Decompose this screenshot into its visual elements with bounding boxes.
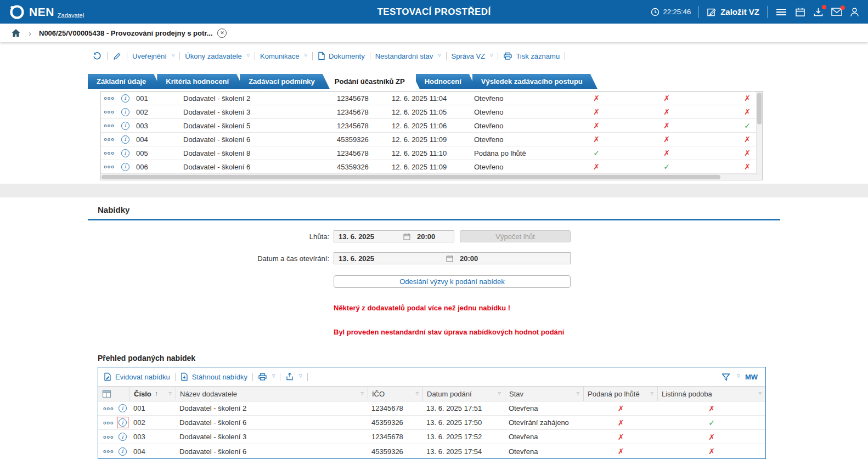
filter-dropdown-icon[interactable]: ▽ — [498, 392, 501, 396]
row-menu-button[interactable]: ooo — [101, 105, 117, 118]
menu-nestandardni-stav[interactable]: Nestandardní stav▽ — [375, 52, 441, 60]
export-button[interactable]: ▽ — [285, 372, 302, 381]
header-podana-po-lhute[interactable]: Podaná po lhůtě ▽ — [584, 387, 658, 401]
opening-time-value[interactable]: 20:00 — [453, 254, 478, 263]
tab-hodnoceni[interactable]: Hodnocení — [416, 74, 476, 89]
warning-nonstandard-state: Byl proveden nestandardní stav úprava na… — [334, 328, 780, 336]
user-icon — [850, 7, 859, 17]
filter-button[interactable] — [721, 372, 731, 382]
send-call-for-offers-button[interactable]: Odeslání výzvy k podání nabídek — [334, 275, 571, 288]
deadline-time-value[interactable]: 20:00 — [410, 232, 435, 241]
row-info-button[interactable]: i — [119, 418, 127, 427]
row-menu-button[interactable]: ooo — [101, 133, 117, 146]
header-ico[interactable]: IČO ▽ — [368, 387, 423, 401]
menu-ukony-zadavatele[interactable]: Úkony zadavatele▽ — [185, 52, 250, 60]
row-menu-button[interactable]: ooo — [101, 119, 117, 132]
header-stav[interactable]: Stav ▽ — [505, 387, 584, 401]
participant-number: 002 — [133, 108, 180, 116]
overflow-icon: ooo — [104, 164, 115, 169]
messages-button[interactable] — [831, 8, 842, 16]
filter-dropdown-icon[interactable]: ▽ — [577, 392, 579, 396]
menu-button[interactable] — [775, 8, 787, 16]
menu-dokumenty[interactable]: Dokumenty — [318, 52, 365, 60]
paper-mark: ✗ — [658, 433, 765, 441]
close-record-button[interactable]: ✕ — [217, 29, 227, 38]
offer-date: 13. 6. 2025 17:50 — [423, 418, 505, 427]
section-separator — [0, 184, 868, 197]
divider — [175, 373, 176, 381]
tab-vysledek-zadavaciho-postupu[interactable]: Výsledek zadávacího postupu — [472, 74, 598, 89]
menu-uverejneni[interactable]: Uveřejnění▽ — [132, 52, 174, 60]
user-button[interactable] — [850, 7, 859, 17]
row-menu-button[interactable]: ooo — [101, 160, 117, 173]
nen-logo[interactable]: NEN Zadavatel — [9, 4, 84, 20]
row-info-button[interactable]: i — [117, 146, 133, 160]
row-menu-button[interactable]: ooo — [103, 449, 114, 454]
offer-status: Otevřena — [505, 433, 584, 441]
calendar-icon[interactable] — [446, 255, 453, 262]
edit-button[interactable] — [112, 52, 122, 61]
offer-row: ooo i 004 Dodavatel - školení 6 45359326… — [98, 444, 765, 458]
breadcrumb-item[interactable]: N006/25/V00005438 - Provozování prodejny… — [39, 29, 212, 37]
offer-number: 003 — [130, 433, 176, 441]
info-icon: i — [119, 404, 127, 412]
scrollbar-thumb[interactable] — [102, 175, 720, 179]
row-info-button[interactable]: i — [117, 105, 133, 118]
horizontal-scrollbar[interactable] — [101, 174, 762, 180]
calendar-button[interactable] — [795, 7, 805, 17]
column-settings-button[interactable] — [98, 387, 130, 401]
print-button[interactable]: ▽ — [258, 372, 275, 381]
row-menu-button[interactable]: ooo — [101, 146, 117, 160]
row-info-button[interactable]: i — [119, 404, 127, 412]
deadline-field[interactable]: 13. 6. 2025 20:00 — [334, 230, 454, 242]
row-info-button[interactable]: i — [119, 447, 127, 456]
menu-sprava-vz[interactable]: Správa VZ▽ — [452, 52, 493, 60]
create-vz-button[interactable]: Založit VZ — [707, 7, 759, 17]
tab-zakladni-udaje[interactable]: Základní údaje — [88, 74, 161, 89]
offer-supplier: Dodavatel - školení 6 — [176, 447, 368, 456]
view-selector[interactable]: MW — [745, 373, 758, 381]
tab-kriteria-hodnoceni[interactable]: Kritéria hodnocení — [157, 74, 244, 89]
participant-status: Otevřeno — [471, 135, 561, 144]
row-info-button[interactable]: i — [117, 119, 133, 132]
view-dropdown-icon[interactable]: ▽ — [737, 374, 740, 378]
offer-ico: 45359326 — [368, 447, 423, 456]
header-nazev-dodavatele[interactable]: Název dodavatele ▽ — [176, 387, 368, 401]
filter-dropdown-icon[interactable]: ▽ — [361, 392, 364, 396]
opening-date-value[interactable]: 13. 6. 2025 — [334, 254, 446, 263]
download-offers-button[interactable]: Stáhnout nabídky — [181, 372, 247, 381]
header-cislo[interactable]: Číslo ↑ ▽ — [130, 387, 176, 401]
scrollbar-thumb[interactable] — [757, 93, 762, 124]
filter-dropdown-icon[interactable]: ▽ — [759, 392, 762, 396]
row-menu-button[interactable]: ooo — [103, 420, 114, 426]
menu-komunikace[interactable]: Komunikace▽ — [260, 52, 307, 60]
filter-dropdown-icon[interactable]: ▽ — [169, 392, 172, 396]
history-button[interactable] — [92, 51, 102, 61]
row-info-button[interactable]: i — [117, 133, 133, 146]
vertical-scrollbar[interactable] — [756, 92, 762, 174]
row-info-button[interactable]: i — [119, 433, 127, 441]
overflow-icon: ooo — [104, 137, 115, 142]
header-listinna-podoba[interactable]: Listinná podoba ▽ — [658, 387, 765, 401]
participant-status: Otevřeno — [471, 94, 561, 103]
header-datum-podani[interactable]: Datum podání ▽ — [423, 387, 505, 401]
menu-tisk-zaznamu[interactable]: Tisk záznamu — [503, 52, 560, 60]
filter-dropdown-icon[interactable]: ▽ — [651, 392, 653, 396]
calc-deadlines-button[interactable]: Výpočet lhůt — [460, 230, 571, 242]
row-menu-button[interactable]: ooo — [103, 406, 114, 411]
row-info-button[interactable]: i — [117, 92, 133, 105]
row-info-button[interactable]: i — [117, 160, 133, 173]
tab-podani-ucastniku-zp[interactable]: Podání účastníků ZP — [326, 74, 420, 89]
home-button[interactable] — [9, 27, 23, 38]
downloads-button[interactable] — [813, 7, 824, 17]
filter-dropdown-icon[interactable]: ▽ — [416, 392, 419, 396]
tab-zadavaci-podminky[interactable]: Zadávací podmínky — [240, 74, 330, 89]
register-offer-button[interactable]: Evidovat nabídku — [104, 372, 170, 381]
row-menu-button[interactable]: ooo — [101, 92, 117, 105]
brand-role: Zadavatel — [58, 12, 84, 19]
notification-badge — [822, 5, 826, 9]
deadline-date-value[interactable]: 13. 6. 2025 — [334, 232, 403, 241]
row-menu-button[interactable]: ooo — [103, 434, 114, 440]
opening-field[interactable]: 13. 6. 2025 20:00 — [334, 252, 571, 264]
calendar-icon[interactable] — [403, 233, 410, 240]
